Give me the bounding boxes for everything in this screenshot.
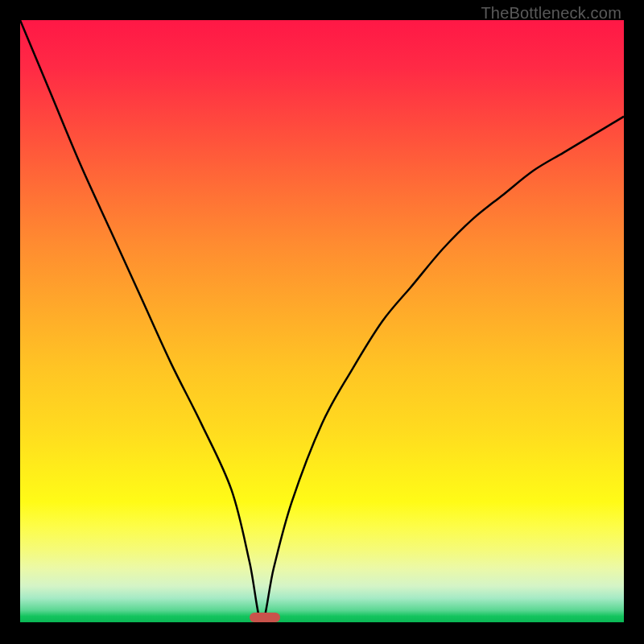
minimum-marker: [250, 613, 280, 622]
bottleneck-curve: [20, 20, 624, 622]
watermark-text: TheBottleneck.com: [481, 4, 621, 23]
chart-frame: TheBottleneck.com: [0, 0, 644, 644]
curve-layer: [20, 20, 624, 622]
